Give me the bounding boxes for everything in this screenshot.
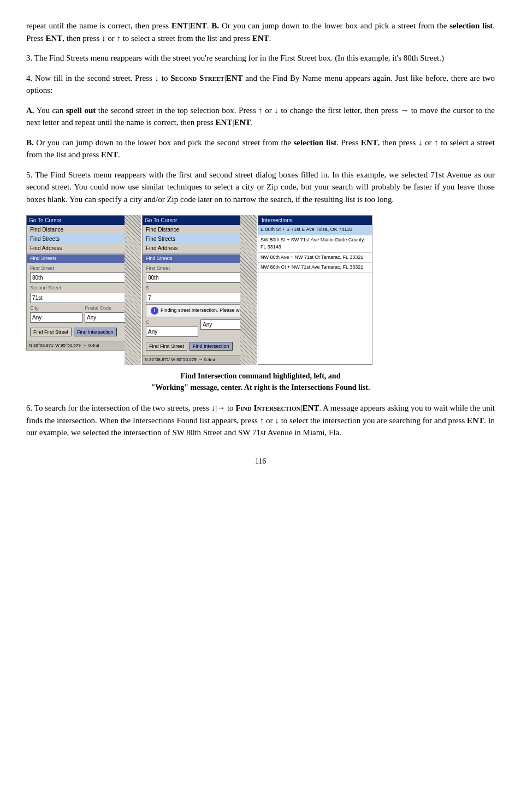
first-street-value-left: 80th [30, 272, 137, 283]
first-street-label-left: First Street [27, 265, 140, 272]
intersection-item-1: SW 80th St + SW 71st Ave Miami-Dade Coun… [258, 235, 372, 253]
menu-find-distance-center: Find Distance [143, 225, 256, 234]
paragraph-2: 3. The Find Streets menu reappears with … [26, 52, 495, 64]
city-value-left: Any [30, 312, 82, 323]
menu-find-address-left: Find Address [27, 244, 140, 253]
paragraph-a: A. You can spell out the second street i… [26, 104, 495, 129]
status-bar-left: N 36°08.971' W 95°50.579' ↔ 0.4mi [27, 341, 140, 350]
intersection-item-3: NW 80th Ct + NW 71st Ave Tamarac, FL 333… [258, 263, 372, 273]
paragraph-1: repeat until the name is correct, then p… [26, 20, 495, 44]
screenshot-area: Go To Cursor // Find Distance Find Stree… [26, 215, 495, 365]
panel-left-title: Go To Cursor // [27, 216, 140, 225]
paragraph-b: B. Or you can jump down to the lower box… [26, 137, 495, 161]
second-street-label-left: Second Street [27, 285, 140, 292]
first-street-label-center: First Street [143, 265, 256, 272]
working-message: i Finding street intersection. Please wa… [146, 304, 253, 317]
panel-right: Intersections E 80th St + S 71st E Ave T… [258, 215, 372, 365]
menu-find-distance-left: Find Distance [27, 225, 140, 234]
panel-center: Go To Cursor // Find Distance Find Stree… [142, 215, 257, 365]
city-postal-row-left: City Any Postal Code Any [27, 305, 140, 324]
intersections-title: Intersections [258, 216, 372, 225]
panel-center-title: Go To Cursor // [143, 216, 256, 225]
first-street-value-center: 80th [146, 272, 253, 283]
find-first-street-btn-center[interactable]: Find First Street [146, 342, 187, 351]
city-postal-row-center: C Any Any [143, 319, 256, 338]
second-street-value-left: 71st [30, 293, 137, 303]
info-icon: i [151, 307, 158, 315]
caption: Find Intersection command highlighted, l… [26, 370, 495, 393]
second-street-value-center: 7 [146, 293, 253, 303]
paragraph-4: 5. The Find Streets menu reappears with … [26, 169, 495, 206]
paragraph-3: 4. Now fill in the second street. Press … [26, 72, 495, 97]
diagonal-decoration-left [125, 215, 141, 365]
intersection-item-2: NW 80th Ave + NW 71st Ct Tamarac, FL 333… [258, 253, 372, 263]
page-content: repeat until the name is correct, then p… [26, 20, 495, 467]
panel-left: Go To Cursor // Find Distance Find Stree… [26, 215, 141, 351]
btn-row-left: Find First Street Find Intersection [27, 325, 140, 339]
find-intersection-btn-left[interactable]: Find Intersection [74, 328, 117, 336]
submenu-title-center: Find Streets [143, 254, 256, 263]
menu-find-address-center: Find Address [143, 244, 256, 253]
city-value-center: Any [146, 327, 198, 337]
diagonal-decoration-center [240, 215, 257, 365]
second-street-label-center: S [143, 285, 256, 292]
intersection-item-0: E 80th St + S 71st E Ave Tulsa, OK 74133 [258, 225, 372, 235]
menu-find-streets-center: Find Streets [143, 234, 256, 244]
status-bar-center: N 36°08.971' W 95°50.579' ↔ 0.4mi [143, 355, 256, 364]
menu-find-streets-left: Find Streets [27, 234, 140, 244]
find-intersection-btn-center[interactable]: Find Intersection [190, 342, 233, 351]
btn-row-center: Find First Street Find Intersection [143, 340, 256, 353]
paragraph-5: 6. To search for the intersection of the… [26, 402, 495, 439]
page-number: 116 [26, 455, 495, 467]
submenu-title-left: Find Streets [27, 254, 140, 263]
find-first-street-btn-left[interactable]: Find First Street [30, 328, 72, 336]
